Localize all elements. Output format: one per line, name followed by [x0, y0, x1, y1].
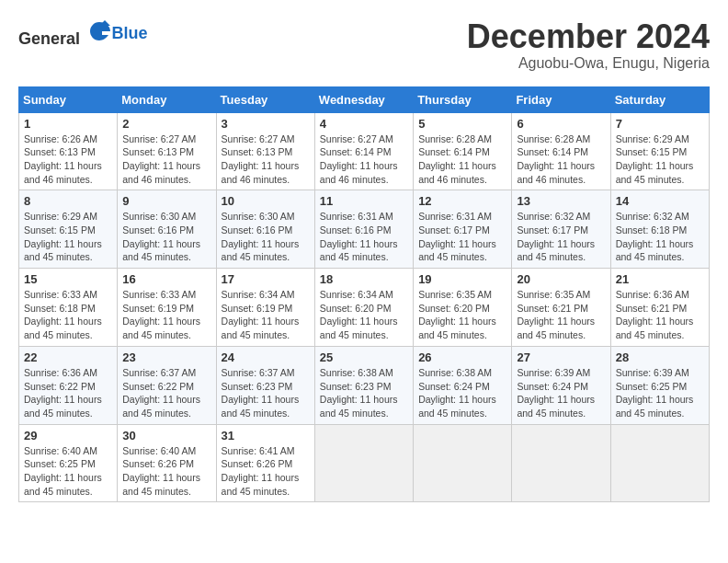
- day-cell: [414, 424, 512, 502]
- column-header-tuesday: Tuesday: [216, 86, 314, 112]
- day-cell: 11Sunrise: 6:31 AMSunset: 6:16 PMDayligh…: [314, 190, 413, 269]
- day-info: Sunrise: 6:27 AMSunset: 6:13 PMDaylight:…: [122, 132, 210, 187]
- day-number: 11: [320, 194, 408, 208]
- day-number: 9: [122, 194, 210, 208]
- day-number: 31: [222, 429, 310, 442]
- week-row-5: 29Sunrise: 6:40 AMSunset: 6:25 PMDayligh…: [19, 424, 710, 502]
- day-number: 18: [320, 272, 408, 286]
- day-cell: [512, 424, 610, 502]
- day-cell: 26Sunrise: 6:38 AMSunset: 6:24 PMDayligh…: [414, 346, 512, 424]
- day-number: 1: [24, 117, 112, 131]
- column-header-saturday: Saturday: [610, 86, 709, 112]
- day-cell: 9Sunrise: 6:30 AMSunset: 6:16 PMDaylight…: [118, 190, 216, 269]
- day-info: Sunrise: 6:35 AMSunset: 6:21 PMDaylight:…: [517, 288, 605, 342]
- day-number: 13: [517, 194, 605, 208]
- day-info: Sunrise: 6:33 AMSunset: 6:18 PMDaylight:…: [24, 288, 112, 342]
- day-cell: 28Sunrise: 6:39 AMSunset: 6:25 PMDayligh…: [610, 346, 709, 424]
- day-cell: 5Sunrise: 6:28 AMSunset: 6:14 PMDaylight…: [414, 112, 512, 190]
- day-cell: 22Sunrise: 6:36 AMSunset: 6:22 PMDayligh…: [19, 346, 118, 424]
- day-number: 7: [616, 117, 704, 131]
- day-cell: 15Sunrise: 6:33 AMSunset: 6:18 PMDayligh…: [19, 269, 118, 347]
- day-info: Sunrise: 6:36 AMSunset: 6:22 PMDaylight:…: [24, 366, 112, 420]
- day-number: 17: [222, 272, 310, 286]
- day-cell: 16Sunrise: 6:33 AMSunset: 6:19 PMDayligh…: [118, 269, 216, 347]
- day-info: Sunrise: 6:41 AMSunset: 6:26 PMDaylight:…: [222, 444, 310, 499]
- day-cell: 7Sunrise: 6:29 AMSunset: 6:15 PMDaylight…: [610, 112, 709, 190]
- day-number: 25: [320, 350, 408, 364]
- day-info: Sunrise: 6:30 AMSunset: 6:16 PMDaylight:…: [222, 210, 310, 264]
- month-title: December 2024: [467, 18, 710, 55]
- column-header-thursday: Thursday: [414, 86, 512, 112]
- day-cell: 25Sunrise: 6:38 AMSunset: 6:23 PMDayligh…: [314, 346, 413, 424]
- day-number: 28: [616, 350, 704, 364]
- logo-blue-text: Blue: [112, 24, 148, 43]
- location: Aguobu-Owa, Enugu, Nigeria: [467, 55, 710, 72]
- day-cell: 19Sunrise: 6:35 AMSunset: 6:20 PMDayligh…: [414, 269, 512, 347]
- day-cell: 2Sunrise: 6:27 AMSunset: 6:13 PMDaylight…: [118, 112, 216, 190]
- day-number: 20: [517, 272, 605, 286]
- day-cell: 4Sunrise: 6:27 AMSunset: 6:14 PMDaylight…: [314, 112, 413, 190]
- day-number: 30: [122, 429, 210, 442]
- day-cell: 31Sunrise: 6:41 AMSunset: 6:26 PMDayligh…: [216, 424, 314, 502]
- day-info: Sunrise: 6:27 AMSunset: 6:14 PMDaylight:…: [320, 132, 408, 187]
- day-info: Sunrise: 6:30 AMSunset: 6:16 PMDaylight:…: [122, 210, 210, 264]
- day-info: Sunrise: 6:32 AMSunset: 6:18 PMDaylight:…: [616, 210, 704, 264]
- logo-icon: [86, 18, 112, 44]
- day-number: 27: [517, 350, 605, 364]
- day-info: Sunrise: 6:38 AMSunset: 6:23 PMDaylight:…: [320, 366, 408, 420]
- day-info: Sunrise: 6:27 AMSunset: 6:13 PMDaylight:…: [222, 132, 310, 187]
- day-cell: 21Sunrise: 6:36 AMSunset: 6:21 PMDayligh…: [610, 269, 709, 347]
- day-cell: [610, 424, 709, 502]
- calendar: SundayMondayTuesdayWednesdayThursdayFrid…: [18, 86, 710, 503]
- week-row-2: 8Sunrise: 6:29 AMSunset: 6:15 PMDaylight…: [19, 190, 710, 269]
- day-info: Sunrise: 6:26 AMSunset: 6:13 PMDaylight:…: [24, 132, 112, 187]
- calendar-header-row: SundayMondayTuesdayWednesdayThursdayFrid…: [19, 86, 710, 112]
- day-number: 3: [222, 117, 310, 131]
- day-cell: 12Sunrise: 6:31 AMSunset: 6:17 PMDayligh…: [414, 190, 512, 269]
- day-info: Sunrise: 6:33 AMSunset: 6:19 PMDaylight:…: [122, 288, 210, 342]
- day-info: Sunrise: 6:31 AMSunset: 6:16 PMDaylight:…: [320, 210, 408, 264]
- day-cell: 30Sunrise: 6:40 AMSunset: 6:26 PMDayligh…: [118, 424, 216, 502]
- day-number: 15: [24, 272, 112, 286]
- day-info: Sunrise: 6:39 AMSunset: 6:24 PMDaylight:…: [517, 366, 605, 420]
- day-cell: 27Sunrise: 6:39 AMSunset: 6:24 PMDayligh…: [512, 346, 610, 424]
- day-number: 21: [616, 272, 704, 286]
- day-cell: 8Sunrise: 6:29 AMSunset: 6:15 PMDaylight…: [19, 190, 118, 269]
- column-header-wednesday: Wednesday: [314, 86, 413, 112]
- day-number: 26: [418, 350, 506, 364]
- day-info: Sunrise: 6:40 AMSunset: 6:26 PMDaylight:…: [122, 444, 210, 499]
- day-cell: 24Sunrise: 6:37 AMSunset: 6:23 PMDayligh…: [216, 346, 314, 424]
- logo: General Blue: [18, 18, 148, 49]
- header: General Blue December 2024 Aguobu-Owa, E…: [18, 18, 710, 72]
- day-number: 22: [24, 350, 112, 364]
- day-cell: 1Sunrise: 6:26 AMSunset: 6:13 PMDaylight…: [19, 112, 118, 190]
- day-info: Sunrise: 6:38 AMSunset: 6:24 PMDaylight:…: [418, 366, 506, 420]
- day-number: 2: [122, 117, 210, 131]
- day-info: Sunrise: 6:32 AMSunset: 6:17 PMDaylight:…: [517, 210, 605, 264]
- day-number: 10: [222, 194, 310, 208]
- day-info: Sunrise: 6:34 AMSunset: 6:19 PMDaylight:…: [222, 288, 310, 342]
- day-cell: 18Sunrise: 6:34 AMSunset: 6:20 PMDayligh…: [314, 269, 413, 347]
- day-number: 5: [418, 117, 506, 131]
- title-area: December 2024 Aguobu-Owa, Enugu, Nigeria: [467, 18, 710, 72]
- day-info: Sunrise: 6:37 AMSunset: 6:23 PMDaylight:…: [222, 366, 310, 420]
- day-info: Sunrise: 6:34 AMSunset: 6:20 PMDaylight:…: [320, 288, 408, 342]
- column-header-monday: Monday: [118, 86, 216, 112]
- day-info: Sunrise: 6:28 AMSunset: 6:14 PMDaylight:…: [418, 132, 506, 187]
- day-info: Sunrise: 6:31 AMSunset: 6:17 PMDaylight:…: [418, 210, 506, 264]
- week-row-1: 1Sunrise: 6:26 AMSunset: 6:13 PMDaylight…: [19, 112, 710, 190]
- day-number: 29: [24, 429, 112, 442]
- day-info: Sunrise: 6:29 AMSunset: 6:15 PMDaylight:…: [616, 132, 704, 187]
- day-cell: 13Sunrise: 6:32 AMSunset: 6:17 PMDayligh…: [512, 190, 610, 269]
- day-number: 19: [418, 272, 506, 286]
- day-number: 23: [122, 350, 210, 364]
- day-number: 16: [122, 272, 210, 286]
- column-header-sunday: Sunday: [19, 86, 118, 112]
- day-info: Sunrise: 6:29 AMSunset: 6:15 PMDaylight:…: [24, 210, 112, 264]
- day-number: 8: [24, 194, 112, 208]
- day-info: Sunrise: 6:40 AMSunset: 6:25 PMDaylight:…: [24, 444, 112, 499]
- day-number: 14: [616, 194, 704, 208]
- day-cell: [314, 424, 413, 502]
- day-cell: 17Sunrise: 6:34 AMSunset: 6:19 PMDayligh…: [216, 269, 314, 347]
- week-row-3: 15Sunrise: 6:33 AMSunset: 6:18 PMDayligh…: [19, 269, 710, 347]
